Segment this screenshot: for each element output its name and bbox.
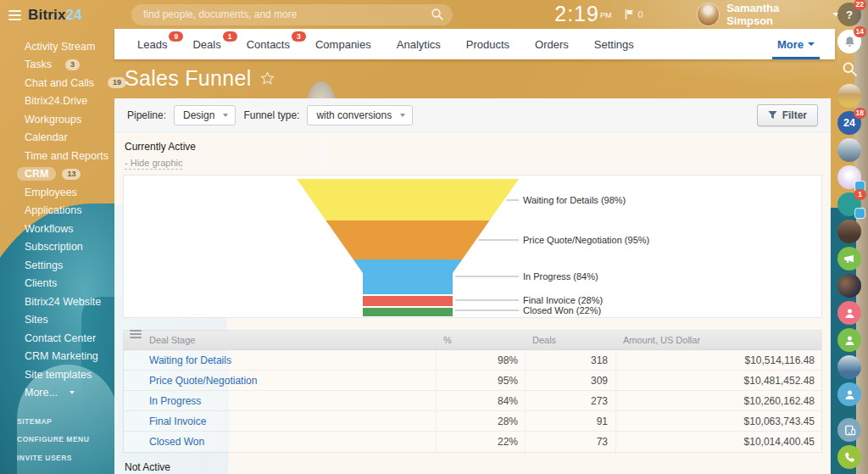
tab-leads[interactable]: Leads9 — [125, 29, 180, 59]
phone-icon[interactable] — [837, 445, 861, 469]
filter-funnel-icon — [768, 110, 777, 120]
user-avatar[interactable]: 1 — [837, 192, 861, 216]
sidebar-item-chat-and-calls[interactable]: Chat and Calls19 — [8, 74, 114, 92]
sidebar-item-subscription[interactable]: Subscription — [8, 238, 114, 257]
devices-icon[interactable] — [837, 418, 861, 442]
bell-icon[interactable]: 14 — [837, 30, 861, 53]
deal-stage-link[interactable]: In Progress — [149, 395, 201, 407]
sidebar-item-crm[interactable]: CRM13 — [8, 165, 114, 184]
user-avatar[interactable] — [837, 84, 861, 108]
sidebar-item-bitrix24-website[interactable]: Bitrix24 Website — [8, 293, 114, 311]
tab-contacts[interactable]: Contacts3 — [234, 29, 303, 59]
deal-stage-link[interactable]: Final Invoice — [149, 415, 206, 427]
sidebar-item-label: Subscription — [17, 240, 91, 254]
person-icon[interactable] — [837, 301, 861, 325]
funnel-stage-price-quote-negotiation[interactable] — [326, 220, 489, 259]
pipeline-label: Pipeline: — [127, 109, 166, 121]
deal-stage-link[interactable]: Closed Won — [149, 436, 204, 448]
cell-percent: 98% — [436, 350, 525, 370]
sidebar-footer-sitemap[interactable]: SITEMAP — [8, 412, 114, 431]
person-icon[interactable] — [837, 328, 861, 352]
megaphone-icon[interactable] — [837, 247, 861, 270]
tab-more[interactable]: More — [769, 29, 823, 59]
grid-settings-icon[interactable] — [130, 330, 142, 340]
cell-deals: 318 — [525, 350, 615, 370]
sidebar-item-settings[interactable]: Settings — [8, 256, 114, 275]
sidebar-item-contact-center[interactable]: Contact Center — [8, 329, 114, 348]
table-body: Waiting for Details98%318$10,514,116.48P… — [124, 350, 821, 452]
user-avatar[interactable] — [837, 274, 861, 298]
tab-orders[interactable]: Orders — [522, 29, 581, 59]
help-icon[interactable]: ?22 — [837, 3, 861, 26]
sidebar-item-activity-stream[interactable]: Activity Stream — [8, 37, 114, 56]
sidebar-item-calendar[interactable]: Calendar — [8, 129, 114, 148]
funnel-stage-closed-won[interactable] — [363, 308, 453, 316]
cell-percent: 22% — [436, 432, 525, 452]
sidebar-item-crm-marketing[interactable]: CRM Marketing — [8, 348, 114, 366]
user-avatar[interactable] — [837, 138, 861, 162]
funnel-stage-label: In Progress (84%) — [523, 271, 598, 282]
tab-settings[interactable]: Settings — [581, 29, 647, 59]
tab-label: Settings — [594, 38, 634, 51]
pipeline-select[interactable]: Design — [174, 105, 236, 125]
deal-stage-link[interactable]: Price Quote/Negotiation — [149, 375, 257, 387]
filter-button[interactable]: Filter — [757, 104, 818, 126]
clock[interactable]: 2:19PM — [554, 3, 611, 26]
table-row: Closed Won22%73$10,014,400.45 — [124, 432, 821, 452]
sidebar-item-tasks[interactable]: Tasks3 — [8, 56, 114, 75]
funnel-stage-final-invoice[interactable] — [363, 296, 453, 306]
user-avatar[interactable] — [698, 3, 720, 25]
flag-icon — [625, 9, 634, 20]
tab-deals[interactable]: Deals1 — [180, 29, 233, 59]
sidebar-item-bitrix24-drive[interactable]: Bitrix24.Drive — [8, 92, 114, 111]
page-title-row: Sales Funnel — [125, 66, 275, 91]
cell-percent: 84% — [436, 391, 525, 410]
sidebar-item-site-templates[interactable]: Site templates — [8, 365, 114, 384]
sidebar-footer-configure-menu[interactable]: CONFIGURE MENU — [8, 431, 114, 449]
sidebar-item-workgroups[interactable]: Workgroups — [8, 110, 114, 129]
sidebar-footer-invite-users[interactable]: INVITE USERS — [8, 449, 114, 467]
favorite-star-icon[interactable] — [260, 71, 275, 86]
hide-graphic-link[interactable]: - Hide graphic — [125, 158, 182, 170]
sidebar-item-clients[interactable]: Clients — [8, 275, 114, 293]
funnel-svg: Waiting for Details (98%)Price Quote/Neg… — [124, 176, 821, 317]
funnel-stage-waiting-for-details[interactable] — [297, 179, 519, 220]
user-avatar[interactable] — [837, 355, 861, 379]
plan-flag[interactable]: 0 — [625, 9, 643, 20]
sidebar-item-label: Workflows — [17, 222, 81, 236]
sidebar-item-more[interactable]: More... — [8, 384, 114, 403]
right-rail: ?221424181 — [832, 2, 867, 472]
bitrix24-chat-icon[interactable]: 2418 — [837, 111, 861, 135]
menu-hamburger-icon[interactable] — [8, 10, 21, 20]
funnel-type-select[interactable]: with conversions — [307, 105, 413, 125]
tab-companies[interactable]: Companies — [303, 29, 384, 59]
search-icon[interactable] — [431, 8, 444, 21]
sidebar-item-label: Workgroups — [17, 113, 89, 126]
sidebar-item-employees[interactable]: Employees — [8, 183, 114, 202]
tab-label: Analytics — [397, 38, 441, 51]
chevron-down-icon — [70, 391, 75, 394]
deal-stage-table: Deal Stage % Deals Amount, US Dollar Wai… — [123, 330, 822, 453]
sidebar-item-applications[interactable]: Applications — [8, 202, 114, 220]
sidebar-item-badge: 19 — [108, 77, 126, 88]
table-row: In Progress84%273$10,260,162.48 — [124, 391, 821, 411]
sidebar-item-sites[interactable]: Sites — [8, 311, 114, 330]
sidebar-item-time-and-reports[interactable]: Time and Reports — [8, 147, 114, 165]
search-icon[interactable] — [837, 57, 861, 81]
user-name[interactable]: Samantha Simpson — [726, 2, 827, 27]
deal-stage-link[interactable]: Waiting for Details — [149, 354, 231, 366]
table-row: Price Quote/Negotiation95%309$10,481,452… — [124, 371, 821, 391]
sidebar-item-label: More... — [17, 386, 65, 399]
tab-products[interactable]: Products — [453, 29, 522, 59]
funnel-stage-in-progress[interactable] — [353, 259, 462, 294]
cell-deals: 273 — [525, 391, 615, 410]
user-avatar[interactable] — [837, 165, 861, 189]
sidebar-item-workflows[interactable]: Workflows — [8, 220, 114, 238]
person-icon[interactable] — [837, 382, 861, 406]
user-avatar[interactable] — [837, 220, 861, 243]
bitrix24-logo[interactable]: Bitrix24 — [28, 7, 82, 24]
main-panel: Pipeline: Design Funnel type: with conve… — [114, 98, 831, 474]
search-input[interactable] — [131, 4, 453, 25]
tab-analytics[interactable]: Analytics — [384, 29, 453, 59]
filter-label: Filter — [782, 109, 807, 121]
